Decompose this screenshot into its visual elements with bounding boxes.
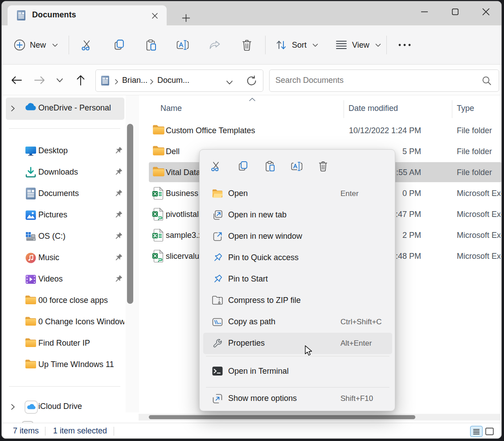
new-tab-button[interactable] — [179, 11, 193, 24]
refresh-icon[interactable] — [246, 75, 258, 89]
address-bar[interactable]: Brian... Docum... — [95, 69, 263, 92]
rename-icon[interactable] — [288, 157, 306, 175]
copy-icon[interactable] — [234, 157, 252, 175]
menu-item-label: Show more options — [228, 394, 297, 403]
menu-item-copy-as-path[interactable]: Copy as path Ctrl+Shift+C — [203, 311, 392, 333]
sidebar-item-os-c[interactable]: OS (C:) — [6, 226, 124, 247]
open-new-window-icon — [212, 231, 223, 242]
sort-button[interactable]: Sort — [275, 25, 318, 65]
delete-button[interactable] — [239, 25, 255, 65]
breadcrumb-folder[interactable]: Docum... — [157, 76, 189, 85]
close-window-icon[interactable] — [471, 1, 501, 22]
share-icon — [209, 39, 221, 51]
breadcrumb-user[interactable]: Brian... — [122, 76, 148, 85]
tab-close-icon[interactable] — [148, 9, 161, 22]
view-icon — [336, 40, 347, 50]
pictures-icon — [25, 209, 37, 221]
wrench-icon — [212, 338, 223, 349]
paste-icon[interactable] — [261, 157, 279, 175]
file-name: pivotlistall — [166, 210, 201, 219]
menu-item-pin-start[interactable]: Pin to Start — [203, 269, 392, 290]
file-name: Dell — [166, 147, 180, 156]
chevron-right-icon[interactable] — [11, 404, 15, 412]
sort-asc-caret-icon[interactable] — [248, 95, 256, 103]
sidebar-item-music[interactable]: Music — [6, 247, 124, 269]
sidebar-item-folder[interactable]: Up Time WIndows 11 — [6, 354, 124, 376]
delete-icon[interactable] — [314, 157, 332, 175]
sidebar-item-folder[interactable]: 0 Change Icons Window — [6, 311, 124, 333]
chevron-right-icon[interactable] — [11, 105, 15, 114]
folder-icon — [152, 145, 165, 158]
new-item-icon — [14, 39, 25, 51]
icloud-icon — [25, 400, 37, 413]
paste-button[interactable] — [143, 25, 159, 65]
more-options-button[interactable] — [396, 25, 414, 65]
menu-item-label: Open in new window — [228, 232, 302, 241]
column-divider[interactable] — [452, 100, 452, 118]
menu-item-open[interactable]: Open Enter — [203, 183, 392, 204]
view-button-label: View — [352, 41, 369, 50]
search-icon[interactable] — [482, 76, 492, 87]
menu-item-shortcut: Ctrl+Shift+C — [340, 318, 382, 327]
tab-document-icon — [17, 10, 25, 22]
tab-bar: Documents — [2, 1, 501, 25]
navigation-pane: OneDrive - Personal Desktop Downloads — [2, 95, 125, 423]
menu-separator — [206, 387, 389, 388]
cut-icon[interactable] — [207, 157, 225, 175]
sidebar-scrollbar-thumb[interactable] — [127, 124, 133, 304]
forward-icon[interactable] — [32, 73, 47, 88]
sidebar-item-documents[interactable]: Documents — [6, 183, 124, 204]
menu-item-pin-quick-access[interactable]: Pin to Quick access — [203, 247, 392, 269]
sidebar-item-folder[interactable]: Find Router IP — [6, 333, 124, 354]
sidebar-item-icloud[interactable]: iCloud Drive — [6, 396, 124, 418]
open-folder-icon — [212, 188, 223, 200]
address-dropdown-icon[interactable] — [226, 79, 233, 87]
sidebar-item-label: Downloads — [38, 167, 78, 177]
details-view-toggle[interactable] — [470, 426, 483, 437]
up-icon[interactable] — [73, 73, 88, 88]
maximize-icon[interactable] — [440, 1, 471, 22]
menu-item-show-more[interactable]: Show more options Shift+F10 — [203, 388, 392, 409]
column-divider[interactable] — [344, 100, 344, 118]
cut-button[interactable] — [78, 25, 94, 65]
copy-button[interactable] — [111, 25, 127, 65]
tab-documents[interactable]: Documents — [8, 5, 167, 25]
context-menu-quick-actions — [200, 155, 395, 176]
menu-item-label: Copy as path — [228, 317, 275, 327]
sidebar-item-label: Music — [38, 253, 59, 262]
status-divider — [114, 427, 114, 436]
view-button[interactable]: View — [336, 25, 381, 65]
toolbar-separator — [265, 36, 266, 54]
menu-item-open-terminal[interactable]: Open in Terminal — [203, 361, 392, 382]
menu-separator — [206, 356, 389, 356]
back-icon[interactable] — [9, 73, 24, 88]
menu-item-compress-zip[interactable]: Compress to ZIP file — [203, 290, 392, 311]
minimize-icon[interactable] — [409, 1, 440, 22]
sidebar-item-downloads[interactable]: Downloads — [6, 162, 124, 183]
horizontal-scrollbar-thumb[interactable] — [149, 415, 415, 419]
menu-item-properties[interactable]: Properties Alt+Enter — [203, 333, 392, 354]
search-input[interactable]: Search Documents — [269, 69, 499, 92]
item-count: 7 items — [13, 426, 39, 436]
menu-item-open-new-window[interactable]: Open in new window — [203, 226, 392, 247]
history-chevron-icon[interactable] — [52, 73, 67, 88]
thumbnail-view-toggle[interactable] — [484, 426, 495, 437]
pin-icon — [114, 167, 123, 178]
sidebar-item-onedrive[interactable]: OneDrive - Personal — [6, 98, 124, 120]
sidebar-item-pictures[interactable]: Pictures — [6, 204, 124, 226]
sidebar-item-label: Desktop — [38, 146, 68, 155]
file-explorer-window: Documents New — [1, 1, 502, 439]
sidebar-item-folder[interactable]: 00 force close apps — [6, 290, 124, 311]
rename-button[interactable] — [175, 25, 191, 65]
new-button[interactable]: New — [14, 25, 58, 65]
menu-item-label: Open in new tab — [228, 210, 287, 220]
documents-icon — [26, 188, 38, 200]
share-button[interactable] — [207, 25, 223, 65]
sidebar-item-label: Pictures — [38, 210, 67, 220]
sidebar-item-videos[interactable]: Videos — [6, 269, 124, 290]
rename-icon — [176, 39, 189, 51]
music-icon — [25, 252, 37, 264]
menu-item-open-new-tab[interactable]: Open in new tab — [203, 204, 392, 226]
file-row[interactable]: Custom Office Templates 10/12/2022 1:24 … — [149, 120, 502, 141]
sidebar-item-desktop[interactable]: Desktop — [6, 140, 124, 162]
